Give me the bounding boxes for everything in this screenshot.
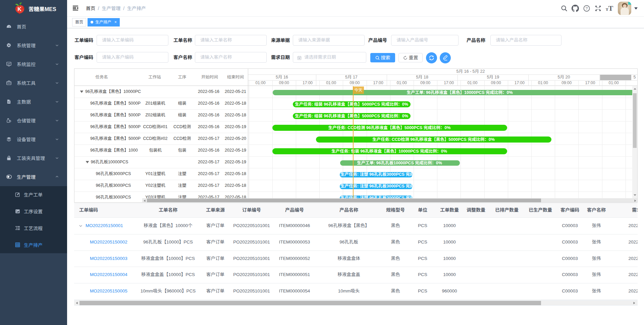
- svg-text:?: ?: [586, 6, 588, 10]
- svg-text:K: K: [17, 6, 21, 12]
